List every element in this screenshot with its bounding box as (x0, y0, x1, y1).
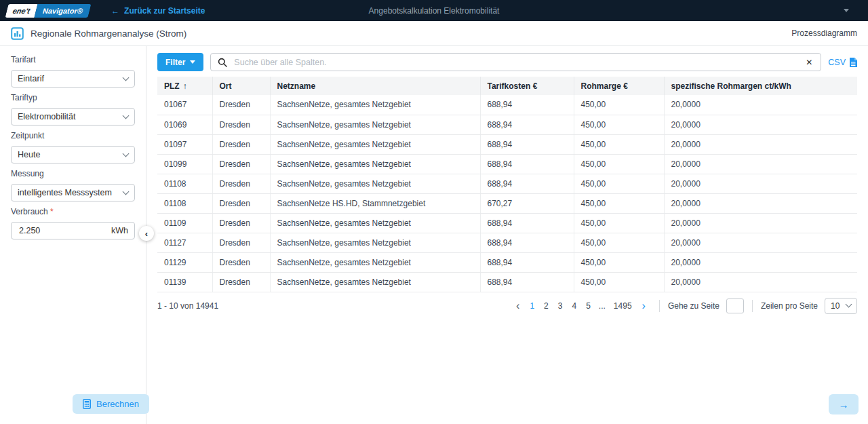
table-row[interactable]: 01067DresdenSachsenNetze, gesamtes Netzg… (157, 95, 857, 115)
table-cell: 01108 (157, 193, 212, 213)
table-cell: Dresden (212, 174, 270, 193)
app-logo[interactable]: ene't Navigator® (5, 4, 92, 18)
clear-search-icon[interactable]: ✕ (804, 58, 814, 67)
table-cell: SachsenNetze, gesamtes Netzgebiet (270, 272, 480, 292)
rows-per-page-select[interactable]: 10 (825, 298, 857, 314)
column-header-rohmarge[interactable]: Rohmarge € (574, 77, 664, 95)
results-table-wrap: PLZ↑ Ort Netzname Tarifkosten € Rohmarge… (157, 77, 857, 292)
table-cell: 688,94 (480, 174, 574, 193)
filter-button[interactable]: Filter (157, 53, 203, 71)
table-row[interactable]: 01108DresdenSachsenNetze HS.HD, Stammnet… (157, 193, 857, 213)
select-value: intelligentes Messsystem (18, 188, 112, 197)
page-button[interactable]: 4 (567, 300, 581, 312)
berechnen-button[interactable]: Berechnen (73, 394, 149, 414)
table-row[interactable]: 01097DresdenSachsenNetze, gesamtes Netzg… (157, 134, 857, 154)
table-row[interactable]: 01099DresdenSachsenNetze, gesamtes Netzg… (157, 154, 857, 174)
table-cell: 01139 (157, 272, 212, 292)
table-cell: 01067 (157, 95, 212, 115)
table-header-row: PLZ↑ Ort Netzname Tarifkosten € Rohmarge… (157, 77, 857, 95)
table-row[interactable]: 01139DresdenSachsenNetze, gesamtes Netzg… (157, 272, 857, 292)
page-next-icon[interactable]: › (637, 301, 651, 311)
table-cell: 688,94 (480, 233, 574, 252)
table-cell: Dresden (212, 95, 270, 115)
column-header-plz[interactable]: PLZ↑ (157, 77, 212, 95)
table-cell: Dresden (212, 252, 270, 272)
sort-asc-icon: ↑ (183, 81, 187, 91)
sidebar-collapse-button[interactable]: ‹ (139, 226, 154, 241)
table-cell: Dresden (212, 233, 270, 252)
berechnen-label: Berechnen (96, 399, 139, 409)
table-cell: Dresden (212, 154, 270, 174)
table-cell: 20,0000 (664, 272, 857, 292)
goto-page-input[interactable] (726, 298, 744, 313)
pagination-range: 1 - 10 von 14941 (157, 301, 218, 311)
table-cell: 450,00 (574, 134, 664, 154)
page-button[interactable]: 2 (539, 300, 553, 312)
zeitpunkt-select[interactable]: Heute (11, 146, 135, 163)
chevron-down-icon (123, 150, 130, 157)
table-cell: 688,94 (480, 134, 574, 154)
table-cell: 20,0000 (664, 134, 857, 154)
field-verbrauch: Verbrauch * kWh (11, 208, 135, 239)
app-title: Angebotskalkulation Elektromobilität (369, 6, 500, 16)
tariftyp-select[interactable]: Elektromobilität (11, 108, 135, 126)
select-value: Elektromobilität (18, 112, 75, 121)
field-tarifart: Tarifart Eintarif (11, 56, 135, 88)
table-cell: SachsenNetze, gesamtes Netzgebiet (270, 154, 480, 174)
table-row[interactable]: 01129DresdenSachsenNetze, gesamtes Netzg… (157, 252, 857, 272)
divider (659, 300, 660, 312)
verbrauch-input[interactable] (18, 225, 111, 236)
column-header-ort[interactable]: Ort (212, 77, 270, 95)
table-cell: 670,27 (480, 193, 574, 213)
pagination-pages: 12345 (525, 300, 595, 312)
field-label: Tarifart (11, 56, 135, 64)
back-arrow-icon: ← (111, 6, 119, 16)
table-cell: SachsenNetze HS.HD, Stammnetzgebiet (270, 193, 480, 213)
field-label: Messung (11, 170, 135, 178)
chevron-left-icon: ‹ (145, 229, 148, 239)
column-header-tarifkosten[interactable]: Tarifkosten € (480, 77, 574, 95)
table-cell: 688,94 (480, 213, 574, 233)
table-cell: 01129 (157, 252, 212, 272)
search-input[interactable] (233, 57, 799, 68)
page-button-last[interactable]: 1495 (609, 300, 637, 312)
table-cell: SachsenNetze, gesamtes Netzgebiet (270, 213, 480, 233)
table-cell: SachsenNetze, gesamtes Netzgebiet (270, 134, 480, 154)
column-header-netzname[interactable]: Netzname (270, 77, 480, 95)
table-cell: 20,0000 (664, 174, 857, 193)
page-button[interactable]: 1 (525, 300, 539, 312)
messung-select[interactable]: intelligentes Messsystem (11, 184, 135, 201)
back-link[interactable]: ← Zurück zur Startseite (111, 6, 205, 16)
table-cell: Dresden (212, 213, 270, 233)
table-body: 01067DresdenSachsenNetze, gesamtes Netzg… (157, 95, 857, 292)
page-button[interactable]: 5 (581, 300, 595, 312)
rows-per-page-label: Zeilen pro Seite (761, 301, 818, 311)
tarifart-select[interactable]: Eintarif (11, 70, 135, 88)
filter-button-label: Filter (165, 58, 185, 67)
table-row[interactable]: 01108DresdenSachsenNetze, gesamtes Netzg… (157, 174, 857, 193)
table-cell: 01097 (157, 134, 212, 154)
next-step-button[interactable]: → (829, 394, 859, 415)
table-row[interactable]: 01069DresdenSachsenNetze, gesamtes Netzg… (157, 115, 857, 134)
page-prev-icon[interactable]: ‹ (511, 301, 525, 311)
logo-product: Navigator® (35, 4, 92, 18)
column-header-spez-rohmargen[interactable]: spezifische Rohmargen ct/kWh (664, 77, 857, 95)
csv-export-link[interactable]: CSV (828, 58, 857, 67)
field-messung: Messung intelligentes Messsystem (11, 170, 135, 201)
pagination-ellipsis: ... (595, 301, 609, 311)
chevron-down-icon (123, 112, 130, 119)
table-cell: Dresden (212, 193, 270, 213)
rows-per-page-value: 10 (831, 301, 840, 311)
table-row[interactable]: 01127DresdenSachsenNetze, gesamtes Netzg… (157, 233, 857, 252)
chevron-down-icon[interactable] (844, 9, 849, 12)
table-cell: Dresden (212, 272, 270, 292)
filter-sidebar: Tarifart Eintarif Tariftyp Elektromobili… (0, 46, 146, 424)
main-content: Filter ✕ CSV (147, 46, 868, 424)
table-cell: SachsenNetze, gesamtes Netzgebiet (270, 174, 480, 193)
page-title: Regionale Rohmargenanalyse (Strom) (31, 28, 186, 39)
table-cell: SachsenNetze, gesamtes Netzgebiet (270, 115, 480, 134)
prozessdiagramm-link[interactable]: Prozessdiagramm (791, 28, 857, 38)
select-value: Eintarif (18, 74, 44, 83)
table-row[interactable]: 01109DresdenSachsenNetze, gesamtes Netzg… (157, 213, 857, 233)
page-button[interactable]: 3 (553, 300, 568, 312)
